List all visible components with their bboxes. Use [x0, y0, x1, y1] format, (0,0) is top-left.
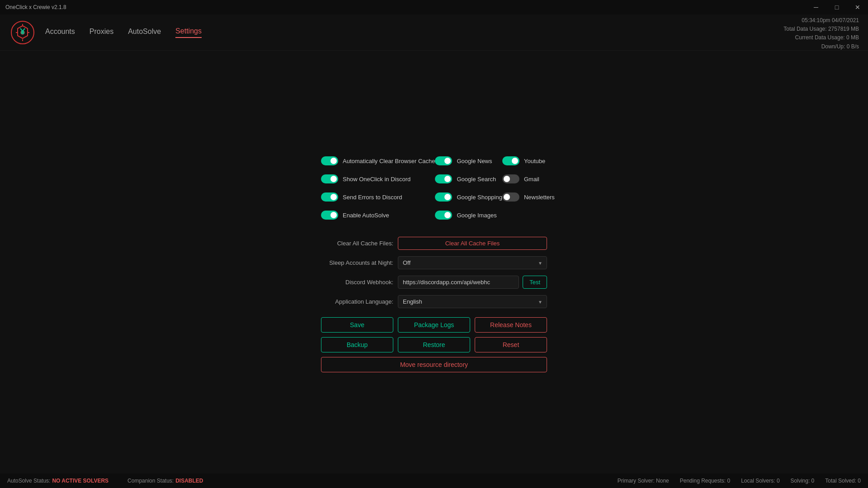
release-notes-button[interactable]: Release Notes [475, 317, 547, 333]
toggle-label-newsletters: Newsletters [524, 194, 555, 201]
save-button[interactable]: Save [321, 317, 393, 333]
companion-status-value: DISABLED [175, 478, 203, 484]
toggles-col2: Google News Google Search Google Shoppin… [435, 152, 502, 224]
discord-webhook-row: Discord Webhook: Test [321, 276, 547, 289]
navbar: Accounts Proxies AutoSolve Settings [0, 14, 868, 51]
nav-settings[interactable]: Settings [175, 27, 202, 38]
app-logo [9, 19, 36, 46]
toggle-send-errors-discord[interactable] [321, 192, 338, 202]
toggle-row-show-oneclick: Show OneClick in Discord [321, 170, 435, 188]
statusbar-right: Primary Solver: None Pending Requests: 0… [618, 478, 861, 484]
toggle-row-newsletters: Newsletters [502, 188, 555, 206]
move-resource-button[interactable]: Move resource directory [321, 357, 547, 372]
nav-autosolve[interactable]: AutoSolve [128, 28, 161, 38]
sleep-accounts-row: Sleep Accounts at Night: Off 10pm 11pm 1… [321, 256, 547, 269]
window-controls: ─ □ ✕ [806, 0, 868, 14]
btn-row-3: Move resource directory [321, 357, 547, 372]
toggles-col3: Youtube Gmail Newsletters [502, 152, 555, 224]
status-info: 05:34:10pm 04/07/2021 Total Data Usage: … [783, 16, 859, 51]
toggle-row-auto-clear: Automatically Clear Browser Cache [321, 152, 435, 170]
autosolve-status-value: NO ACTIVE SOLVERS [52, 478, 108, 484]
package-logs-button[interactable]: Package Logs [398, 317, 470, 333]
toggle-label-google-news: Google News [457, 158, 492, 164]
maximize-button[interactable]: □ [826, 0, 847, 14]
toggle-newsletters[interactable] [502, 192, 519, 202]
toggle-google-images[interactable] [435, 211, 452, 220]
sleep-accounts-label: Sleep Accounts at Night: [321, 259, 393, 266]
total-solved: Total Solved: 0 [825, 478, 861, 484]
status-divider-1 [116, 478, 120, 484]
discord-webhook-control: Test [398, 276, 547, 289]
test-webhook-button[interactable]: Test [523, 276, 547, 289]
app-language-label: Application Language: [321, 298, 393, 305]
companion-status-label: Companion Status: [127, 478, 174, 484]
solving: Solving: 0 [791, 478, 815, 484]
toggle-row-google-search: Google Search [435, 170, 502, 188]
toggles-col1: Automatically Clear Browser Cache Show O… [321, 152, 435, 224]
toggle-row-youtube: Youtube [502, 152, 555, 170]
companion-status-section: Companion Status: DISABLED [127, 478, 203, 484]
sleep-accounts-control: Off 10pm 11pm 12am [398, 256, 547, 269]
toggle-enable-autosolve[interactable] [321, 211, 338, 220]
nav-links: Accounts Proxies AutoSolve Settings [45, 27, 202, 38]
discord-webhook-label: Discord Webhook: [321, 279, 393, 286]
clear-cache-button[interactable]: Clear All Cache Files [398, 237, 547, 250]
toggle-label-auto-clear: Automatically Clear Browser Cache [343, 158, 435, 164]
local-solvers: Local Solvers: 0 [741, 478, 779, 484]
clear-cache-row: Clear All Cache Files: Clear All Cache F… [321, 237, 547, 250]
app-language-control: English Spanish French [398, 295, 547, 308]
toggle-label-google-search: Google Search [457, 176, 496, 183]
app-language-select[interactable]: English Spanish French [398, 295, 547, 308]
clear-cache-label: Clear All Cache Files: [321, 240, 393, 247]
autosolve-status-section: AutoSolve Status: NO ACTIVE SOLVERS [7, 478, 108, 484]
app-language-row: Application Language: English Spanish Fr… [321, 295, 547, 308]
discord-webhook-input[interactable] [398, 276, 519, 289]
titlebar: OneClick x Crewie v2.1.8 ─ □ ✕ [0, 0, 868, 14]
buttons-section: Save Package Logs Release Notes Backup R… [321, 317, 547, 372]
toggle-google-search[interactable] [435, 174, 452, 183]
toggle-label-enable-autosolve: Enable AutoSolve [343, 212, 389, 219]
toggle-youtube[interactable] [502, 156, 519, 165]
app-title: OneClick x Crewie v2.1.8 [5, 4, 66, 10]
toggle-gmail[interactable] [502, 174, 519, 183]
toggles-section: Automatically Clear Browser Cache Show O… [321, 152, 547, 224]
toggle-row-enable-autosolve: Enable AutoSolve [321, 206, 435, 224]
toggle-auto-clear-cache[interactable] [321, 156, 338, 165]
toggle-row-google-news: Google News [435, 152, 502, 170]
toggle-row-send-errors: Send Errors to Discord [321, 188, 435, 206]
toggle-label-show-oneclick: Show OneClick in Discord [343, 176, 410, 183]
toggle-label-google-shopping: Google Shopping [457, 194, 502, 201]
clear-cache-control: Clear All Cache Files [398, 237, 547, 250]
toggle-show-oneclick-discord[interactable] [321, 174, 338, 183]
sleep-accounts-select[interactable]: Off 10pm 11pm 12am [398, 256, 547, 269]
total-data-usage: Total Data Usage: 2757819 MB [783, 25, 859, 33]
autosolve-status-label: AutoSolve Status: [7, 478, 50, 484]
toggle-row-google-images: Google Images [435, 206, 502, 224]
toggle-google-shopping[interactable] [435, 192, 452, 202]
backup-button[interactable]: Backup [321, 337, 393, 352]
toggle-google-news[interactable] [435, 156, 452, 165]
toggle-label-youtube: Youtube [524, 158, 545, 164]
minimize-button[interactable]: ─ [806, 0, 826, 14]
restore-button[interactable]: Restore [398, 337, 470, 352]
primary-solver: Primary Solver: None [618, 478, 669, 484]
webhook-row: Test [398, 276, 547, 289]
down-up: Down/Up: 0 B/s [783, 42, 859, 51]
settings-panel: Automatically Clear Browser Cache Show O… [321, 152, 547, 372]
main-content: Automatically Clear Browser Cache Show O… [0, 51, 868, 474]
toggle-row-gmail: Gmail [502, 170, 555, 188]
current-data-usage: Current Data Usage: 0 MB [783, 33, 859, 42]
btn-row-2: Backup Restore Reset [321, 337, 547, 352]
nav-accounts[interactable]: Accounts [45, 28, 75, 38]
close-button[interactable]: ✕ [847, 0, 868, 14]
form-section: Clear All Cache Files: Clear All Cache F… [321, 237, 547, 308]
pending-requests: Pending Requests: 0 [680, 478, 730, 484]
nav-proxies[interactable]: Proxies [90, 28, 113, 38]
toggle-label-gmail: Gmail [524, 176, 539, 183]
btn-row-1: Save Package Logs Release Notes [321, 317, 547, 333]
statusbar: AutoSolve Status: NO ACTIVE SOLVERS Comp… [0, 474, 868, 488]
toggle-label-google-images: Google Images [457, 212, 496, 219]
svg-point-2 [21, 31, 24, 34]
reset-button[interactable]: Reset [475, 337, 547, 352]
toggle-label-send-errors: Send Errors to Discord [343, 194, 402, 201]
